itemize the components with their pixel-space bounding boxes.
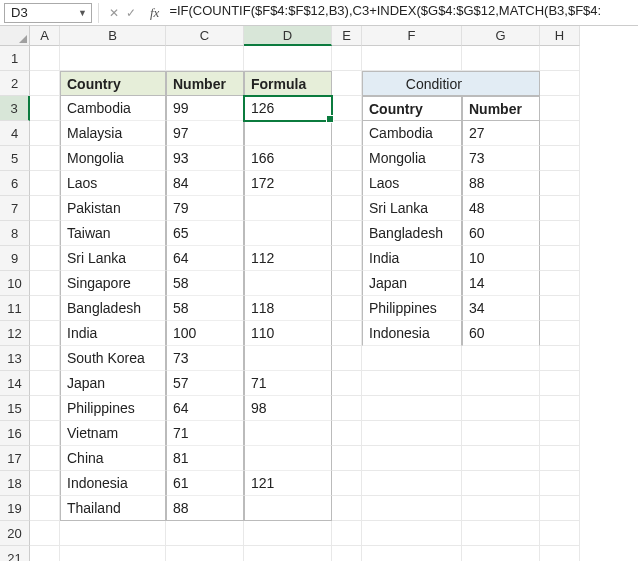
col-header-g[interactable]: G: [462, 26, 540, 46]
cell-A5[interactable]: [30, 146, 60, 171]
cell-E8[interactable]: [332, 221, 362, 246]
cell-G15[interactable]: [462, 396, 540, 421]
formula-input[interactable]: =IF(COUNTIF($F$4:$F$12,B3),C3+INDEX($G$4…: [169, 3, 634, 23]
col-header-a[interactable]: A: [30, 26, 60, 46]
cell-F6[interactable]: Laos: [362, 171, 462, 196]
cell-H2[interactable]: [540, 71, 580, 96]
cell-C11[interactable]: 58: [166, 296, 244, 321]
cell-A15[interactable]: [30, 396, 60, 421]
cell-C2[interactable]: Number: [166, 71, 244, 96]
cell-B16[interactable]: Vietnam: [60, 421, 166, 446]
cell-D3[interactable]: 126: [244, 96, 332, 121]
cell-G2[interactable]: [462, 71, 540, 96]
cell-H15[interactable]: [540, 396, 580, 421]
row-header-20[interactable]: 20: [0, 521, 30, 546]
cell-H19[interactable]: [540, 496, 580, 521]
cell-E2[interactable]: [332, 71, 362, 96]
cell-F16[interactable]: [362, 421, 462, 446]
row-header-5[interactable]: 5: [0, 146, 30, 171]
cell-D13[interactable]: [244, 346, 332, 371]
cell-E12[interactable]: [332, 321, 362, 346]
cell-C7[interactable]: 79: [166, 196, 244, 221]
cell-B9[interactable]: Sri Lanka: [60, 246, 166, 271]
cell-E9[interactable]: [332, 246, 362, 271]
cell-G11[interactable]: 34: [462, 296, 540, 321]
cell-E7[interactable]: [332, 196, 362, 221]
cell-D14[interactable]: 71: [244, 371, 332, 396]
cell-B10[interactable]: Singapore: [60, 271, 166, 296]
row-header-8[interactable]: 8: [0, 221, 30, 246]
cell-F7[interactable]: Sri Lanka: [362, 196, 462, 221]
cell-E10[interactable]: [332, 271, 362, 296]
cell-H17[interactable]: [540, 446, 580, 471]
cell-H10[interactable]: [540, 271, 580, 296]
cell-A19[interactable]: [30, 496, 60, 521]
cell-G10[interactable]: 14: [462, 271, 540, 296]
cell-A11[interactable]: [30, 296, 60, 321]
cell-D12[interactable]: 110: [244, 321, 332, 346]
cell-F13[interactable]: [362, 346, 462, 371]
cell-B12[interactable]: India: [60, 321, 166, 346]
cell-B1[interactable]: [60, 46, 166, 71]
cell-D20[interactable]: [244, 521, 332, 546]
cell-F9[interactable]: India: [362, 246, 462, 271]
cell-A3[interactable]: [30, 96, 60, 121]
cell-F11[interactable]: Philippines: [362, 296, 462, 321]
row-header-15[interactable]: 15: [0, 396, 30, 421]
cell-H3[interactable]: [540, 96, 580, 121]
cell-A9[interactable]: [30, 246, 60, 271]
col-header-b[interactable]: B: [60, 26, 166, 46]
cell-H18[interactable]: [540, 471, 580, 496]
cell-G7[interactable]: 48: [462, 196, 540, 221]
cell-F18[interactable]: [362, 471, 462, 496]
cell-C15[interactable]: 64: [166, 396, 244, 421]
cell-F2[interactable]: Conditions: [362, 71, 462, 96]
cell-F17[interactable]: [362, 446, 462, 471]
cell-A16[interactable]: [30, 421, 60, 446]
cell-E4[interactable]: [332, 121, 362, 146]
row-header-21[interactable]: 21: [0, 546, 30, 561]
col-header-h[interactable]: H: [540, 26, 580, 46]
cell-B5[interactable]: Mongolia: [60, 146, 166, 171]
cell-A6[interactable]: [30, 171, 60, 196]
cell-D4[interactable]: [244, 121, 332, 146]
row-header-14[interactable]: 14: [0, 371, 30, 396]
spreadsheet-grid[interactable]: A B C D E F G H 12CountryNumberFormulaCo…: [0, 26, 638, 561]
row-header-6[interactable]: 6: [0, 171, 30, 196]
name-box[interactable]: D3 ▼: [4, 3, 92, 23]
cell-A8[interactable]: [30, 221, 60, 246]
cell-G18[interactable]: [462, 471, 540, 496]
cell-D2[interactable]: Formula: [244, 71, 332, 96]
cell-E18[interactable]: [332, 471, 362, 496]
col-header-e[interactable]: E: [332, 26, 362, 46]
col-header-c[interactable]: C: [166, 26, 244, 46]
cell-C20[interactable]: [166, 521, 244, 546]
cell-B2[interactable]: Country: [60, 71, 166, 96]
cell-A2[interactable]: [30, 71, 60, 96]
cell-B21[interactable]: [60, 546, 166, 561]
row-header-13[interactable]: 13: [0, 346, 30, 371]
cell-B4[interactable]: Malaysia: [60, 121, 166, 146]
cell-C9[interactable]: 64: [166, 246, 244, 271]
cell-A10[interactable]: [30, 271, 60, 296]
cell-D10[interactable]: [244, 271, 332, 296]
cell-D19[interactable]: [244, 496, 332, 521]
cell-C10[interactable]: 58: [166, 271, 244, 296]
row-header-1[interactable]: 1: [0, 46, 30, 71]
cell-B6[interactable]: Laos: [60, 171, 166, 196]
cell-H13[interactable]: [540, 346, 580, 371]
cell-C8[interactable]: 65: [166, 221, 244, 246]
cell-E19[interactable]: [332, 496, 362, 521]
row-header-17[interactable]: 17: [0, 446, 30, 471]
row-header-12[interactable]: 12: [0, 321, 30, 346]
cell-F4[interactable]: Cambodia: [362, 121, 462, 146]
cell-D16[interactable]: [244, 421, 332, 446]
cell-B11[interactable]: Bangladesh: [60, 296, 166, 321]
cell-H9[interactable]: [540, 246, 580, 271]
cell-D18[interactable]: 121: [244, 471, 332, 496]
cell-H21[interactable]: [540, 546, 580, 561]
cell-A17[interactable]: [30, 446, 60, 471]
cell-A12[interactable]: [30, 321, 60, 346]
cell-F20[interactable]: [362, 521, 462, 546]
cell-B14[interactable]: Japan: [60, 371, 166, 396]
